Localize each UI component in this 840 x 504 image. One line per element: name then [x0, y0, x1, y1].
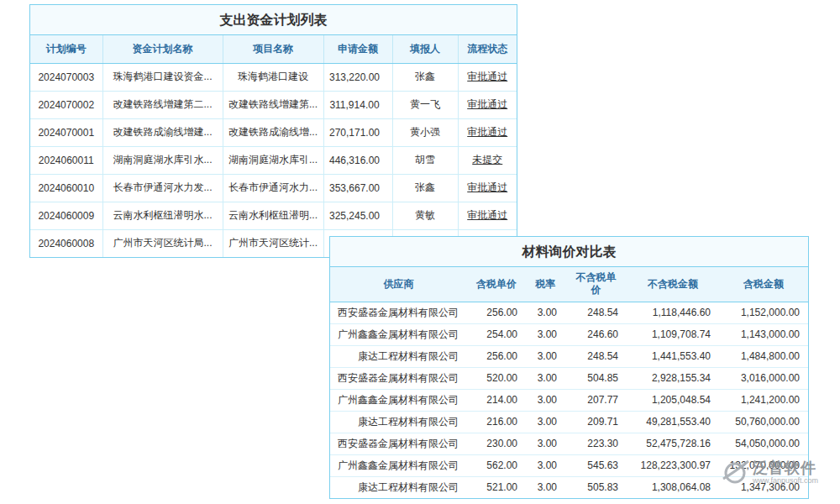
cell-tax-rate: 3.00 [526, 345, 565, 367]
cell-plan-no[interactable]: 2024060010 [30, 174, 102, 202]
cell-supplier[interactable]: 广州鑫鑫金属材料有限公司 [330, 454, 467, 476]
column-header-tax-excl-price: 不含税单价 [565, 267, 627, 302]
column-header-reporter: 填报人 [392, 35, 458, 63]
cell-tax-rate: 3.00 [526, 411, 565, 433]
cell-tax-incl-price: 562.00 [467, 454, 526, 476]
table-row: 2024070002改建铁路线增建第二...改建铁路线增建第...311,914… [30, 91, 517, 118]
column-header-tax-excl-amount: 不含税金额 [627, 267, 719, 302]
cell-status[interactable]: 审批通过 [458, 63, 517, 91]
cell-reporter: 黄一飞 [392, 91, 458, 118]
cell-project-name[interactable]: 湖南洞庭湖水库引... [223, 146, 323, 174]
cell-plan-no[interactable]: 2024060008 [30, 229, 102, 257]
table-row: 西安盛器金属材料有限公司230.003.00223.3052,475,728.1… [330, 433, 808, 454]
cell-supplier[interactable]: 康达工程材料有限公司 [330, 476, 467, 498]
cell-supplier[interactable]: 西安盛器金属材料有限公司 [330, 433, 467, 454]
cell-tax-excl-amount: 1,205,048.54 [627, 389, 719, 411]
cell-tax-excl-amount: 2,928,155.34 [627, 367, 719, 389]
cell-project-name[interactable]: 珠海鹤港口建设 [223, 63, 323, 91]
cell-plan-no[interactable]: 2024070002 [30, 91, 102, 118]
cell-tax-incl-amount: 1,143,000.00 [719, 323, 808, 345]
column-header-tax-incl-amount: 含税金额 [719, 267, 808, 302]
cell-tax-incl-price: 520.00 [467, 367, 526, 389]
table-row: 2024060009云南水利枢纽潜明水...云南水利枢纽潜明...325,245… [30, 202, 517, 229]
cell-tax-incl-price: 521.00 [467, 476, 526, 498]
cell-tax-incl-amount: 1,241,200.00 [719, 389, 808, 411]
cell-tax-excl-amount: 1,118,446.60 [627, 302, 719, 323]
cell-project-name[interactable]: 长春市伊通河水力... [223, 174, 323, 202]
watermark: 泛普软件 www.fanpusoft.com [721, 458, 838, 486]
expense-plan-panel: 支出资金计划列表 计划编号资金计划名称项目名称申请金额填报人流程状态 20240… [29, 4, 517, 258]
cell-tax-incl-amount: 50,760,000.00 [719, 411, 808, 433]
cell-tax-excl-price: 545.63 [565, 454, 627, 476]
cell-project-name[interactable]: 改建铁路成渝线增... [223, 118, 323, 146]
cell-tax-rate: 3.00 [526, 302, 565, 323]
column-header-supplier: 供应商 [330, 267, 467, 302]
cell-reporter: 张鑫 [392, 174, 458, 202]
column-header-apply-amount: 申请金额 [323, 35, 392, 63]
cell-fund-plan-name[interactable]: 珠海鹤港口建设资金... [102, 63, 223, 91]
cell-tax-excl-amount: 1,441,553.40 [627, 345, 719, 367]
cell-supplier[interactable]: 西安盛器金属材料有限公司 [330, 302, 467, 323]
cell-tax-incl-amount: 54,050,000.00 [719, 433, 808, 454]
cell-supplier[interactable]: 康达工程材料有限公司 [330, 411, 467, 433]
cell-status[interactable]: 审批通过 [458, 118, 517, 146]
watermark-brand: 泛普软件 [753, 459, 818, 476]
cell-status[interactable]: 审批通过 [458, 202, 517, 229]
cell-reporter: 张鑫 [392, 63, 458, 91]
cell-fund-plan-name[interactable]: 湖南洞庭湖水库引水... [102, 146, 223, 174]
cell-tax-excl-price: 207.77 [565, 389, 627, 411]
table-row: 康达工程材料有限公司216.003.00209.7149,281,553.405… [330, 411, 808, 433]
cell-tax-excl-amount: 1,308,064.08 [627, 476, 719, 498]
cell-status[interactable]: 未提交 [458, 146, 517, 174]
cell-status[interactable]: 审批通过 [458, 91, 517, 118]
cell-apply-amount: 325,245.00 [323, 202, 392, 229]
expense-plan-table-header: 计划编号资金计划名称项目名称申请金额填报人流程状态 [30, 35, 517, 63]
material-compare-table-header: 供应商含税单价税率不含税单价不含税金额含税金额 [330, 267, 808, 302]
cell-fund-plan-name[interactable]: 改建铁路成渝线增建... [102, 118, 223, 146]
cell-fund-plan-name[interactable]: 改建铁路线增建第二... [102, 91, 223, 118]
cell-tax-incl-amount: 1,484,800.00 [719, 345, 808, 367]
table-row: 2024070001改建铁路成渝线增建...改建铁路成渝线增...270,171… [30, 118, 517, 146]
cell-tax-excl-price: 248.54 [565, 302, 627, 323]
cell-supplier[interactable]: 康达工程材料有限公司 [330, 345, 467, 367]
cell-plan-no[interactable]: 2024070001 [30, 118, 102, 146]
cell-tax-incl-amount: 3,016,000.00 [719, 367, 808, 389]
cell-tax-incl-amount: 1,152,000.00 [719, 302, 808, 323]
column-header-tax-rate: 税率 [526, 267, 565, 302]
cell-tax-rate: 3.00 [526, 367, 565, 389]
column-header-project-name: 项目名称 [223, 35, 323, 63]
cell-tax-rate: 3.00 [526, 323, 565, 345]
cell-supplier[interactable]: 广州鑫鑫金属材料有限公司 [330, 323, 467, 345]
cell-tax-rate: 3.00 [526, 433, 565, 454]
table-row: 西安盛器金属材料有限公司520.003.00504.852,928,155.34… [330, 367, 808, 389]
expense-plan-title: 支出资金计划列表 [30, 5, 517, 35]
cell-plan-no[interactable]: 2024060011 [30, 146, 102, 174]
cell-tax-rate: 3.00 [526, 476, 565, 498]
cell-project-name[interactable]: 广州市天河区统计... [223, 229, 323, 257]
watermark-text: 泛普软件 www.fanpusoft.com [753, 459, 818, 486]
table-row: 2024060011湖南洞庭湖水库引水...湖南洞庭湖水库引...446,316… [30, 146, 517, 174]
cell-tax-excl-amount: 52,475,728.16 [627, 433, 719, 454]
cell-tax-rate: 3.00 [526, 389, 565, 411]
cell-apply-amount: 311,914.00 [323, 91, 392, 118]
cell-project-name[interactable]: 云南水利枢纽潜明... [223, 202, 323, 229]
cell-plan-no[interactable]: 2024060009 [30, 202, 102, 229]
expense-plan-table: 计划编号资金计划名称项目名称申请金额填报人流程状态 2024070003珠海鹤港… [30, 35, 517, 257]
cell-tax-excl-price: 223.30 [565, 433, 627, 454]
cell-fund-plan-name[interactable]: 广州市天河区统计局... [102, 229, 223, 257]
table-row: 康达工程材料有限公司256.003.00248.541,441,553.401,… [330, 345, 808, 367]
cell-project-name[interactable]: 改建铁路线增建第... [223, 91, 323, 118]
cell-reporter: 黄小强 [392, 118, 458, 146]
cell-fund-plan-name[interactable]: 长春市伊通河水力发... [102, 174, 223, 202]
cell-apply-amount: 446,316.00 [323, 146, 392, 174]
cell-fund-plan-name[interactable]: 云南水利枢纽潜明水... [102, 202, 223, 229]
cell-supplier[interactable]: 西安盛器金属材料有限公司 [330, 367, 467, 389]
table-row: 西安盛器金属材料有限公司256.003.00248.541,118,446.60… [330, 302, 808, 323]
table-row: 广州鑫鑫金属材料有限公司214.003.00207.771,205,048.54… [330, 389, 808, 411]
table-row: 广州鑫鑫金属材料有限公司254.003.00246.601,109,708.74… [330, 323, 808, 345]
cell-tax-incl-price: 214.00 [467, 389, 526, 411]
column-header-tax-incl-price: 含税单价 [467, 267, 526, 302]
cell-status[interactable]: 审批通过 [458, 174, 517, 202]
cell-plan-no[interactable]: 2024070003 [30, 63, 102, 91]
cell-supplier[interactable]: 广州鑫鑫金属材料有限公司 [330, 389, 467, 411]
